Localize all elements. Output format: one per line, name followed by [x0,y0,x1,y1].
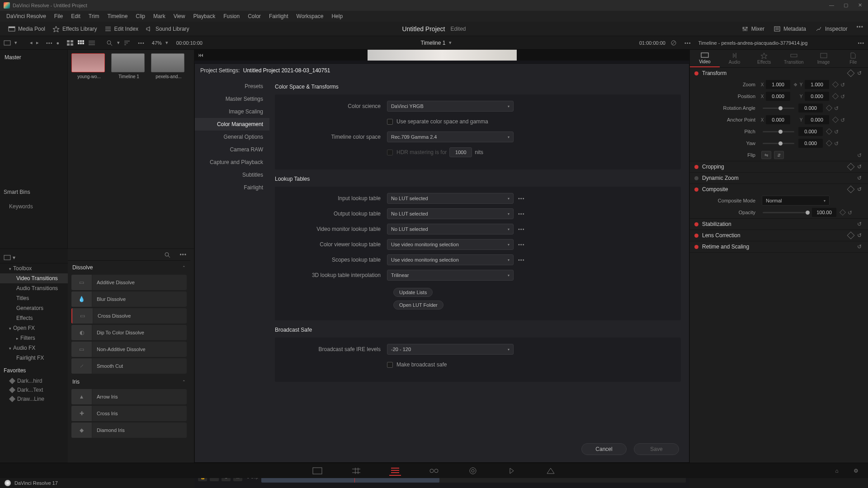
cropping-header[interactable]: Cropping↺ [690,161,868,172]
menu-help[interactable]: Help [328,12,346,21]
inspector-tab-video[interactable]: Video [690,50,720,67]
pitch-slider[interactable] [763,131,794,132]
effects-panel-icon[interactable] [4,254,11,261]
clip-thumb[interactable] [111,53,145,72]
favorite-item[interactable]: Dark...Text [0,385,68,394]
settings-button[interactable]: ⚙ [850,466,862,476]
enable-dot[interactable] [694,234,698,238]
sort-icon[interactable] [123,40,131,46]
fx-item[interactable]: ⟋Smooth Cut [71,358,187,374]
position-x-input[interactable] [766,92,790,101]
zoom-percent[interactable]: 47% [152,40,162,46]
menu-file[interactable]: File [51,12,66,21]
retime-header[interactable]: Retime and Scaling↺ [690,241,868,252]
page-color[interactable] [467,466,479,476]
lut-row-select[interactable]: No LUT selected▾ [387,208,514,219]
clip-thumb[interactable] [151,53,184,72]
list-view-icon[interactable] [88,40,95,46]
keyframe-icon[interactable] [840,209,846,216]
search-icon[interactable] [106,40,113,46]
inspector-tab-file[interactable]: File [838,50,868,67]
keyframe-icon[interactable] [826,140,832,146]
reset-icon[interactable]: ↺ [857,186,863,192]
toolbar-more-button[interactable]: ••• [856,24,863,34]
effects-library-toggle[interactable]: Effects Library [49,24,100,34]
tree-filters[interactable]: Filters [0,333,68,343]
keyframe-icon[interactable] [847,70,855,77]
rotation-input[interactable] [798,103,823,113]
broadcast-ire-select[interactable]: -20 - 120▾ [387,344,514,355]
grid-view-icon[interactable] [77,40,85,46]
nav-master-settings[interactable]: Master Settings [195,93,269,105]
reset-icon[interactable]: ↺ [840,117,846,122]
menu-workspace[interactable]: Workspace [293,12,327,21]
enable-dot[interactable] [694,165,698,169]
reset-icon[interactable]: ↺ [857,164,863,170]
anchor-y-input[interactable] [805,115,829,124]
keyframe-icon[interactable] [832,81,839,88]
nav-general-options[interactable]: General Options [195,131,269,143]
hdr-nits-input[interactable] [449,147,472,157]
reset-icon[interactable]: ↺ [840,82,846,87]
close-button[interactable]: ✕ [858,2,864,9]
menu-clip[interactable]: Clip [132,12,149,21]
make-broadcast-safe-checkbox[interactable] [387,362,393,368]
tree-titles[interactable]: Titles [0,293,68,303]
keyframe-icon[interactable] [847,232,855,239]
media-pool-toggle[interactable]: Media Pool [5,24,49,34]
viewer-more-button[interactable]: ••• [684,40,691,46]
pitch-input[interactable] [798,127,823,136]
tree-open-fx[interactable]: Open FX [0,323,68,333]
menu-color[interactable]: Color [244,12,264,21]
menu-trim[interactable]: Trim [85,12,103,21]
composite-mode-select[interactable]: Normal▾ [762,196,830,206]
anchor-x-input[interactable] [766,115,790,124]
separate-colorspace-checkbox[interactable] [387,119,393,125]
bypass-icon[interactable] [670,40,677,46]
lut-row-select[interactable]: Trilinear▾ [387,270,514,281]
reset-icon[interactable]: ↺ [857,70,863,76]
keyframe-icon[interactable] [826,128,832,135]
color-science-select[interactable]: DaVinci YRGB▾ [387,101,514,112]
reset-icon[interactable]: ↺ [857,221,863,227]
reset-icon[interactable]: ↺ [834,105,840,111]
menu-playback[interactable]: Playback [189,12,219,21]
link-icon[interactable]: ⎆ [792,81,799,88]
enable-dot[interactable] [694,71,698,75]
fx-item[interactable]: ▭Cross Dissolve [71,308,187,324]
fx-item[interactable]: ◆Diamond Iris [71,422,187,438]
inspector-tab-image[interactable]: Image [809,50,839,67]
menu-davinci-resolve[interactable]: DaVinci Resolve [3,12,50,21]
lut-row-more-button[interactable]: ••• [518,226,525,232]
smart-bin-keywords[interactable]: Keywords [4,203,64,210]
keyframe-icon[interactable] [832,117,839,123]
tree-audio-fx[interactable]: Audio FX [0,343,68,353]
keyframe-icon[interactable] [826,105,832,111]
keyframe-icon[interactable] [832,93,839,99]
lut-row-select[interactable]: Use video monitoring selection▾ [387,239,514,250]
home-button[interactable]: ⌂ [831,466,843,476]
cancel-button[interactable]: Cancel [581,443,627,455]
lut-row-more-button[interactable]: ••• [518,211,525,216]
reset-icon[interactable]: ↺ [857,244,863,250]
tree-toolbox[interactable]: Toolbox [0,263,68,273]
tree-fairlight-fx[interactable]: Fairlight FX [0,353,68,363]
save-button[interactable]: Save [634,443,679,455]
fx-item[interactable]: ▭Non-Additive Dissolve [71,342,187,357]
zoom-x-input[interactable] [766,80,790,89]
page-media[interactable] [311,466,323,476]
yaw-slider[interactable] [763,143,794,144]
bin-master[interactable]: Master [4,52,64,62]
clip-item[interactable]: Timeline 1 [111,53,146,79]
thumb-view-icon[interactable] [66,40,74,46]
clip-item[interactable]: young-wo... [71,53,107,79]
inspector-tab-transition[interactable]: Transition [779,50,809,67]
clip-thumb[interactable] [71,53,105,72]
nav-fairlight[interactable]: Fairlight [195,181,269,194]
keyframe-icon[interactable] [847,163,855,171]
page-fusion[interactable] [428,466,440,476]
update-lists-button[interactable]: Update Lists [393,288,433,297]
inspector-more-button[interactable]: ••• [858,40,864,46]
lut-row-more-button[interactable]: ••• [518,196,525,201]
transform-header[interactable]: Transform↺ [690,68,868,79]
